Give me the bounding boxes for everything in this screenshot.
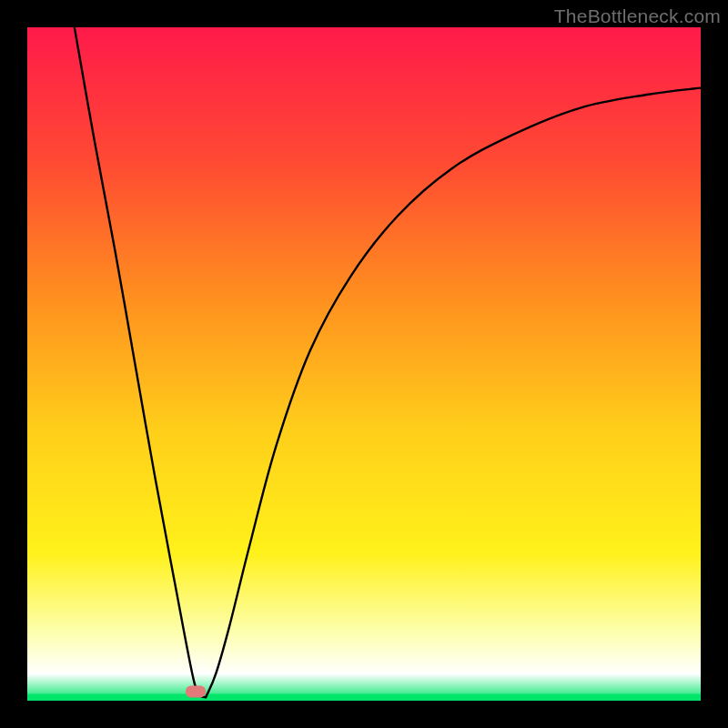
green-baseline-bar — [27, 694, 701, 701]
minimum-marker — [186, 686, 206, 698]
gradient-background — [27, 27, 701, 701]
chart-frame: TheBottleneck.com — [0, 0, 728, 728]
watermark-text: TheBottleneck.com — [554, 5, 721, 27]
plot-area — [27, 27, 701, 701]
chart-svg — [27, 27, 701, 701]
